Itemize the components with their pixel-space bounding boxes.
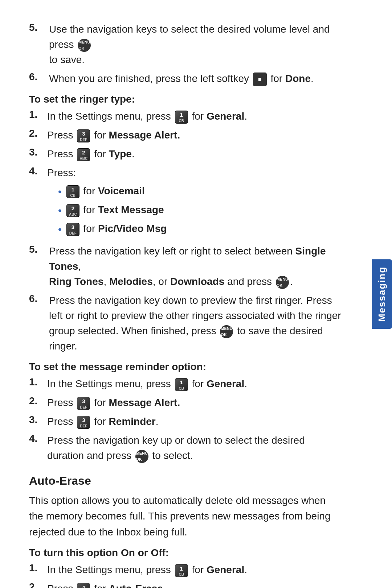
section-heading-on-off: To turn this option On or Off:	[29, 547, 341, 559]
step-number: 4.	[29, 165, 47, 177]
step-number: 2.	[29, 395, 47, 407]
step-number: 2.	[29, 581, 47, 588]
list-item: 4. Press the navigation key up or down t…	[29, 433, 341, 463]
step-number: 3.	[29, 146, 47, 158]
list-item: 2. Press 3DEF for Message Alert.	[29, 128, 341, 143]
list-item: 6. Press the navigation key down to prev…	[29, 293, 341, 354]
side-tab: Messaging	[372, 259, 392, 329]
bullet-dot: •	[58, 222, 62, 237]
step-number: 1.	[29, 562, 47, 574]
auto-erase-heading: Auto-Erase	[29, 474, 341, 488]
bullet-item: • 3DEF for Pic/Video Msg	[58, 221, 341, 237]
page-content: 5. Use the navigation keys to select the…	[29, 22, 363, 588]
softkey-icon: ■	[253, 73, 267, 86]
menu-ok-icon: MENUOK	[78, 39, 91, 52]
step-content: Use the navigation keys to select the de…	[49, 22, 341, 67]
key-2b-icon: 2ABC	[66, 204, 79, 217]
key-3-icon: 3DEF	[77, 129, 90, 142]
key-1-icon: 1CB	[175, 111, 188, 124]
step-number: 5.	[29, 244, 49, 255]
bullet-item: • 2ABC for Text Message	[58, 202, 341, 218]
bullet-dot: •	[58, 203, 62, 218]
list-item: 1. In the Settings menu, press 1CB for G…	[29, 376, 341, 392]
bullet-dot: •	[58, 184, 62, 199]
step-number: 1.	[29, 376, 47, 388]
bullet-content: 1CB for Voicemail	[65, 183, 145, 199]
bullet-content: 3DEF for Pic/Video Msg	[65, 221, 167, 236]
step-content: Press: • 1CB for Voicemail • 2ABC for T	[47, 165, 341, 240]
step-content: When you are finished, press the left so…	[49, 71, 341, 86]
key-1d-icon: 1CB	[175, 564, 188, 577]
step-content: Press the navigation key up or down to s…	[47, 433, 341, 463]
step-number: 6.	[29, 293, 49, 305]
step-content: Press 3DEF for Message Alert.	[47, 395, 341, 410]
list-item: 1. In the Settings menu, press 1CB for G…	[29, 109, 341, 124]
step-number: 2.	[29, 128, 47, 139]
list-item: 3. Press 2ABC for Type.	[29, 146, 341, 162]
bullet-item: • 1CB for Voicemail	[58, 183, 341, 199]
list-item: 2. Press 4GHI for Auto-Erase.	[29, 581, 341, 588]
step-content: Press 3DEF for Reminder.	[47, 414, 341, 429]
step-number: 3.	[29, 414, 47, 426]
step-content: Press the navigation key down to preview…	[49, 293, 341, 354]
bullet-list: • 1CB for Voicemail • 2ABC for Text Mess…	[58, 183, 341, 237]
key-1c-icon: 1CB	[175, 378, 188, 391]
section-heading-reminder: To set the message reminder option:	[29, 361, 341, 373]
key-4-icon: 4GHI	[77, 583, 90, 588]
list-item: 4. Press: • 1CB for Voicemail • 2ABC	[29, 165, 341, 240]
list-item: 1. In the Settings menu, press 1CB for G…	[29, 562, 341, 577]
step-content: In the Settings menu, press 1CB for Gene…	[47, 109, 341, 124]
step-content: Press 3DEF for Message Alert.	[47, 128, 341, 143]
key-3d-icon: 3DEF	[77, 416, 90, 429]
list-item: 5. Use the navigation keys to select the…	[29, 22, 341, 67]
list-item: 5. Press the navigation key left or righ…	[29, 244, 341, 289]
step-content: Press 2ABC for Type.	[47, 146, 341, 162]
menu-ok-icon-4: MENUOK	[135, 450, 148, 463]
key-2-icon: 2ABC	[77, 148, 90, 161]
key-3c-icon: 3DEF	[77, 397, 90, 410]
menu-ok-icon-2: MENUOK	[276, 276, 289, 289]
step-number: 5.	[29, 22, 49, 33]
step-content: Press the navigation key left or right t…	[49, 244, 341, 289]
step-number: 1.	[29, 109, 47, 120]
step-content: In the Settings menu, press 1CB for Gene…	[47, 376, 341, 392]
list-item: 6. When you are finished, press the left…	[29, 71, 341, 86]
key-3b-icon: 3DEF	[66, 223, 79, 236]
section-heading-ringer-type: To set the ringer type:	[29, 94, 341, 105]
step-content: Press 4GHI for Auto-Erase.	[47, 581, 341, 588]
list-item: 2. Press 3DEF for Message Alert.	[29, 395, 341, 410]
menu-ok-icon-3: MENUOK	[220, 325, 233, 338]
step-number: 6.	[29, 71, 49, 83]
auto-erase-paragraph: This option allows you to automatically …	[29, 493, 341, 540]
list-item: 3. Press 3DEF for Reminder.	[29, 414, 341, 429]
key-1b-icon: 1CB	[66, 185, 79, 198]
bullet-content: 2ABC for Text Message	[65, 202, 164, 218]
step-content: In the Settings menu, press 1CB for Gene…	[47, 562, 341, 577]
step-number: 4.	[29, 433, 47, 444]
